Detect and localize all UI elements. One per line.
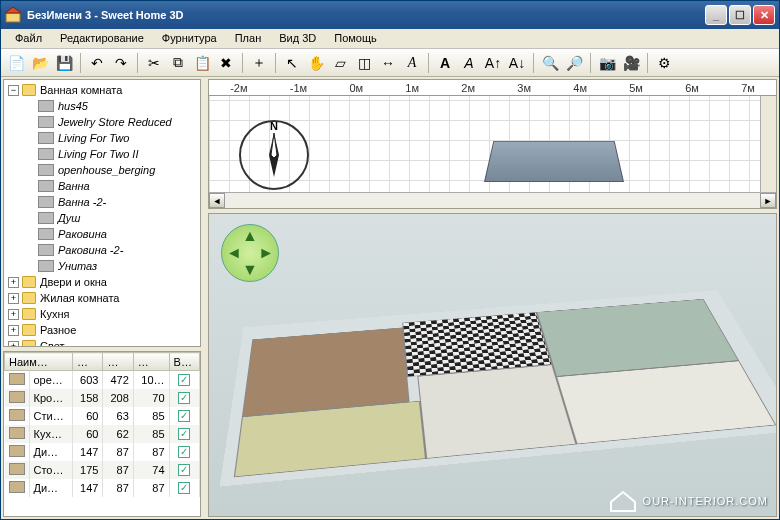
dimension-icon[interactable]: ↔ <box>377 52 399 74</box>
maximize-button[interactable]: ☐ <box>729 5 751 25</box>
item-thumb-icon <box>38 212 54 224</box>
furniture-catalog-tree[interactable]: − Ванная комната hus45Jewelry Store Redu… <box>3 79 201 347</box>
plan-hscrollbar[interactable]: ◄ ► <box>209 192 776 208</box>
svg-rect-0 <box>6 13 20 22</box>
redo-icon[interactable]: ↷ <box>110 52 132 74</box>
table-row[interactable]: Ди…1478787✓ <box>5 443 200 461</box>
expand-icon[interactable]: + <box>8 325 19 336</box>
tree-category[interactable]: +Свет <box>6 338 198 347</box>
copy-icon[interactable]: ⧉ <box>167 52 189 74</box>
nav-right-icon[interactable]: ► <box>258 244 274 262</box>
tree-category[interactable]: +Разное <box>6 322 198 338</box>
paste-icon[interactable]: 📋 <box>191 52 213 74</box>
tree-item[interactable]: Living For Two II <box>6 146 198 162</box>
scroll-right-icon[interactable]: ► <box>760 193 776 208</box>
tree-item[interactable]: Living For Two <box>6 130 198 146</box>
tree-item[interactable]: Ванна -2- <box>6 194 198 210</box>
text-italic-icon[interactable]: A <box>458 52 480 74</box>
tree-item[interactable]: Душ <box>6 210 198 226</box>
nav-down-icon[interactable]: ▼ <box>242 261 258 279</box>
undo-icon[interactable]: ↶ <box>86 52 108 74</box>
nav-3d-pad[interactable]: ▲ ▼ ◄ ► <box>221 224 279 282</box>
plan-vscrollbar[interactable] <box>760 96 776 192</box>
tree-item[interactable]: Jewelry Store Reduced <box>6 114 198 130</box>
tree-category[interactable]: +Двери и окна <box>6 274 198 290</box>
close-button[interactable]: ✕ <box>753 5 775 25</box>
row-thumb-icon <box>9 463 25 475</box>
expand-icon[interactable]: + <box>8 341 19 348</box>
minimize-button[interactable]: _ <box>705 5 727 25</box>
open-icon[interactable]: 📂 <box>29 52 51 74</box>
tree-item[interactable]: hus45 <box>6 98 198 114</box>
tree-item[interactable]: Ванна <box>6 178 198 194</box>
col-w[interactable]: … <box>72 353 102 371</box>
video-icon[interactable]: 🎥 <box>620 52 642 74</box>
zoom-out-icon[interactable]: 🔎 <box>563 52 585 74</box>
menu-help[interactable]: Помощь <box>326 29 385 48</box>
tree-root[interactable]: − Ванная комната <box>6 82 198 98</box>
expand-icon[interactable]: + <box>8 277 19 288</box>
cell-visible[interactable]: ✓ <box>169 407 199 425</box>
tree-label: Ванная комната <box>40 84 122 96</box>
col-name[interactable]: Наим… <box>5 353 73 371</box>
pan-icon[interactable]: ✋ <box>305 52 327 74</box>
checkbox-icon: ✓ <box>178 392 190 404</box>
table-row[interactable]: Сто…1758774✓ <box>5 461 200 479</box>
preferences-icon[interactable]: ⚙ <box>653 52 675 74</box>
font-bigger-icon[interactable]: A↑ <box>482 52 504 74</box>
tree-category[interactable]: +Жилая комната <box>6 290 198 306</box>
cut-icon[interactable]: ✂ <box>143 52 165 74</box>
menu-edit[interactable]: Редактирование <box>52 29 152 48</box>
table-row[interactable]: Ди…1478787✓ <box>5 479 200 497</box>
cell-h: 472 <box>103 371 133 389</box>
cell-visible[interactable]: ✓ <box>169 461 199 479</box>
expand-icon[interactable]: + <box>8 293 19 304</box>
tree-item[interactable]: openhouse_berging <box>6 162 198 178</box>
nav-left-icon[interactable]: ◄ <box>226 244 242 262</box>
tree-category[interactable]: +Кухня <box>6 306 198 322</box>
save-icon[interactable]: 💾 <box>53 52 75 74</box>
collapse-icon[interactable]: − <box>8 85 19 96</box>
zoom-in-icon[interactable]: 🔍 <box>539 52 561 74</box>
select-icon[interactable]: ↖ <box>281 52 303 74</box>
cell-h: 87 <box>103 479 133 497</box>
font-smaller-icon[interactable]: A↓ <box>506 52 528 74</box>
cell-visible[interactable]: ✓ <box>169 479 199 497</box>
cell-visible[interactable]: ✓ <box>169 389 199 407</box>
delete-icon[interactable]: ✖ <box>215 52 237 74</box>
new-icon[interactable]: 📄 <box>5 52 27 74</box>
col-v[interactable]: В… <box>169 353 199 371</box>
col-h[interactable]: … <box>103 353 133 371</box>
furniture-table[interactable]: Наим… … … … В… ope…60347210…✓Кро…1582087… <box>3 351 201 517</box>
table-row[interactable]: Сти…606385✓ <box>5 407 200 425</box>
cell-visible[interactable]: ✓ <box>169 425 199 443</box>
menu-furniture[interactable]: Фурнитура <box>154 29 225 48</box>
room-icon[interactable]: ◫ <box>353 52 375 74</box>
view-3d[interactable]: ▲ ▼ ◄ ► OUR-INTERIOR.COM <box>208 213 777 517</box>
cell-visible[interactable]: ✓ <box>169 443 199 461</box>
compass-icon[interactable] <box>239 120 309 190</box>
add-furniture-icon[interactable]: ＋ <box>248 52 270 74</box>
text-icon[interactable]: A <box>401 52 423 74</box>
cell-visible[interactable]: ✓ <box>169 371 199 389</box>
nav-up-icon[interactable]: ▲ <box>242 227 258 245</box>
table-row[interactable]: Кух…606285✓ <box>5 425 200 443</box>
tree-item[interactable]: Раковина -2- <box>6 242 198 258</box>
svg-marker-1 <box>5 7 21 13</box>
tree-item[interactable]: Раковина <box>6 226 198 242</box>
menu-view3d[interactable]: Вид 3D <box>271 29 324 48</box>
scroll-left-icon[interactable]: ◄ <box>209 193 225 208</box>
table-row[interactable]: Кро…15820870✓ <box>5 389 200 407</box>
expand-icon[interactable]: + <box>8 309 19 320</box>
menu-file[interactable]: Файл <box>7 29 50 48</box>
folder-icon <box>22 84 36 96</box>
tree-item[interactable]: Унитаз <box>6 258 198 274</box>
wall-icon[interactable]: ▱ <box>329 52 351 74</box>
col-d[interactable]: … <box>133 353 169 371</box>
plan-2d-view[interactable]: -2м-1м0м1м2м3м4м5м6м7м ◄ ► <box>208 79 777 209</box>
menu-plan[interactable]: План <box>227 29 270 48</box>
watermark: OUR-INTERIOR.COM <box>609 490 768 512</box>
photo-icon[interactable]: 📷 <box>596 52 618 74</box>
table-row[interactable]: ope…60347210…✓ <box>5 371 200 389</box>
text-bold-icon[interactable]: A <box>434 52 456 74</box>
